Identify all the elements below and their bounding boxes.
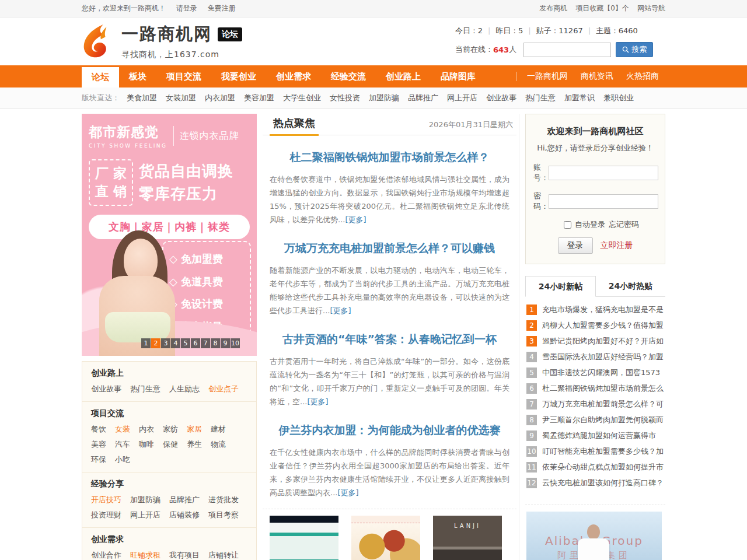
thumbnail-takoyaki-food[interactable]: 章鱼小丸子、牛肉 <box>351 516 420 560</box>
hot-post-item[interactable]: 2 鸡柳大人加盟需要多少钱？值得加盟 <box>526 320 664 331</box>
sidebar-link[interactable]: 投资理财 <box>91 510 121 520</box>
topbar-right-link[interactable]: 发布商机 <box>539 4 567 12</box>
sidebar-link[interactable]: 家居 <box>187 424 202 435</box>
sidebar-link[interactable]: 建材 <box>211 424 226 435</box>
sidebar-link[interactable]: 热门生意 <box>130 384 160 394</box>
more-link[interactable]: [更多] <box>345 215 366 224</box>
banner-page-dot[interactable]: 7 <box>201 338 210 348</box>
sidebar-link[interactable]: 创业点子 <box>208 384 239 394</box>
hot-post-item[interactable]: 4 雪墨国际洗衣加盟店好经营吗？加盟 <box>526 352 664 362</box>
nav-item[interactable]: 板块 <box>119 65 156 88</box>
hot-post-item[interactable]: 3 巡黔记贵阳烤肉加盟好不好？开店如 <box>526 336 664 346</box>
nav-item[interactable]: 项目交流 <box>156 65 211 88</box>
sidebar-link[interactable]: 网上开店 <box>130 510 160 520</box>
nav-item[interactable]: 经验交流 <box>321 65 376 88</box>
subnav-link[interactable]: 加盟防骗 <box>369 93 399 103</box>
register-now-link[interactable]: 立即注册 <box>601 240 633 251</box>
side-thumbnail-alibaba[interactable]: Alibaba Group 阿里巴巴集团 谁没个苦逼样，商界大佬第一份工作是什么… <box>525 505 665 560</box>
thumbnail-lanji-store[interactable]: LANJI 【LANJI兰姬】美丽幸 <box>433 516 502 560</box>
nav-item[interactable]: 我要创业 <box>211 65 266 88</box>
nav-right-link[interactable]: 火热招商 <box>620 71 665 82</box>
sidebar-link[interactable]: 开店技巧 <box>91 495 121 505</box>
hot-post-item[interactable]: 5 中国非遗技艺闪耀澳网，国窖1573 <box>526 368 664 378</box>
banner-page-dot[interactable]: 2 <box>151 338 160 348</box>
article-title[interactable]: 万城万充充电桩加盟前景怎么样？可以赚钱 <box>270 241 509 256</box>
sidebar-link[interactable]: 加盟防骗 <box>130 495 160 505</box>
sidebar-link[interactable]: 店铺装修 <box>169 510 200 520</box>
more-link[interactable]: [更多] <box>307 397 328 406</box>
sidebar-link[interactable]: 人生励志 <box>169 384 200 394</box>
subnav-link[interactable]: 品牌推广 <box>408 93 438 103</box>
sidebar-link[interactable]: 项目考察 <box>208 510 239 520</box>
sidebar-link[interactable]: 店铺转让 <box>208 550 239 560</box>
nav-item[interactable]: 创业路上 <box>376 65 431 88</box>
subnav-link[interactable]: 大学生创业 <box>283 93 321 103</box>
topbar-right-link[interactable]: 网站导航 <box>637 4 665 12</box>
sidebar-link[interactable]: 环保 <box>91 454 106 465</box>
more-link[interactable]: [更多] <box>330 306 351 315</box>
subnav-link[interactable]: 创业故事 <box>486 93 516 103</box>
hot-post-item[interactable]: 7 万城万充充电桩加盟前景怎么样？可 <box>526 399 664 410</box>
hot-post-item[interactable]: 10 叮叮智能充电桩加盟需要多少钱？加 <box>526 446 664 457</box>
nav-item[interactable]: 创业需求 <box>266 65 321 88</box>
subnav-link[interactable]: 美容加盟 <box>244 93 274 103</box>
topbar-right-link[interactable]: 项目收藏【0】个 <box>575 4 629 12</box>
banner-page-dot[interactable]: 5 <box>181 338 190 348</box>
sidebar-link[interactable]: 进货批发 <box>208 495 239 505</box>
hot-posts-tab[interactable]: 24小时新帖 <box>525 276 596 297</box>
article-title[interactable]: 伊兰芬内衣加盟：为何能成为创业者的优选赛 <box>270 423 509 438</box>
banner-page-dot[interactable]: 6 <box>191 338 200 348</box>
banner-page-dot[interactable]: 8 <box>211 338 220 348</box>
subnav-link[interactable]: 女性投资 <box>330 93 360 103</box>
more-link[interactable]: [更多] <box>337 488 358 497</box>
sidebar-link[interactable]: 旺铺求租 <box>130 550 160 560</box>
thumbnail-laundry-store[interactable]: 香港灰姑娘洗衣洗鞋 <box>270 516 338 560</box>
sidebar-link[interactable]: 保健 <box>163 439 178 450</box>
sidebar-link[interactable]: 创业合作 <box>91 550 121 560</box>
nav-item[interactable]: 论坛 <box>82 67 119 88</box>
hot-post-item[interactable]: 8 尹三顺首尔自助烤肉加盟凭何脱颖而 <box>526 415 664 425</box>
nav-item[interactable]: 品牌图库 <box>431 65 486 88</box>
forgot-password-link[interactable]: 忘记密码 <box>609 219 639 230</box>
nav-right-link[interactable]: 一路商机网 <box>521 71 574 82</box>
site-logo[interactable]: 一路商机网 论坛 寻找商机，上1637.com <box>82 23 242 60</box>
sidebar-link[interactable]: 小吃 <box>115 454 130 465</box>
sidebar-link[interactable]: 咖啡 <box>139 439 154 450</box>
subnav-link[interactable]: 女装加盟 <box>166 93 196 103</box>
article-title[interactable]: 杜二聚福阁铁锅炖加盟市场前景怎么样？ <box>270 150 509 165</box>
search-input[interactable] <box>523 43 611 57</box>
hot-post-item[interactable]: 9 蜀孟德炸鸡腿加盟如何运营赢得市 <box>526 430 664 441</box>
subnav-link[interactable]: 加盟常识 <box>564 93 595 103</box>
sidebar-link[interactable]: 我有项目 <box>169 550 200 560</box>
hot-posts-tab[interactable]: 24小时热贴 <box>596 276 665 296</box>
login-link[interactable]: 请登录 <box>176 4 197 12</box>
sidebar-link[interactable]: 餐饮 <box>91 424 106 435</box>
banner-page-dot[interactable]: 4 <box>171 338 180 348</box>
auto-login-checkbox[interactable] <box>564 221 571 229</box>
subnav-link[interactable]: 网上开店 <box>447 93 477 103</box>
ad-banner-underwear[interactable]: 都市新感觉 CITY SHOW FEELING 连锁内衣品牌 厂 家 直 销 货… <box>82 114 257 356</box>
password-field[interactable] <box>549 194 658 209</box>
subnav-link[interactable]: 美食加盟 <box>127 93 157 103</box>
banner-page-dot[interactable]: 1 <box>141 338 151 348</box>
article-title[interactable]: 古井贡酒的“年味”答案：从春晚记忆到一杯 <box>270 332 509 347</box>
sidebar-link[interactable]: 内衣 <box>139 424 154 435</box>
nav-right-link[interactable]: 商机资讯 <box>574 71 620 82</box>
register-link[interactable]: 免费注册 <box>208 4 236 12</box>
sidebar-link[interactable]: 家纺 <box>163 424 178 435</box>
hot-post-item[interactable]: 12 云快充电桩加盟该如何打造高口碑？ <box>526 478 664 488</box>
banner-page-dot[interactable]: 9 <box>221 338 230 348</box>
hot-post-item[interactable]: 6 杜二聚福阁铁锅炖加盟市场前景怎么 <box>526 383 664 394</box>
sidebar-link[interactable]: 美容 <box>91 439 106 450</box>
banner-page-dot[interactable]: 10 <box>231 338 240 348</box>
sidebar-link[interactable]: 品牌推广 <box>169 495 200 505</box>
sidebar-link[interactable]: 汽车 <box>115 439 130 450</box>
sidebar-link[interactable]: 物流 <box>211 439 226 450</box>
login-button[interactable]: 登录 <box>558 237 593 254</box>
search-button[interactable]: 搜索 <box>616 42 653 57</box>
banner-page-dot[interactable]: 3 <box>161 338 170 348</box>
account-field[interactable] <box>549 166 658 180</box>
sidebar-link[interactable]: 女装 <box>115 424 130 435</box>
sidebar-link[interactable]: 养生 <box>187 439 202 450</box>
subnav-link[interactable]: 热门生意 <box>525 93 556 103</box>
